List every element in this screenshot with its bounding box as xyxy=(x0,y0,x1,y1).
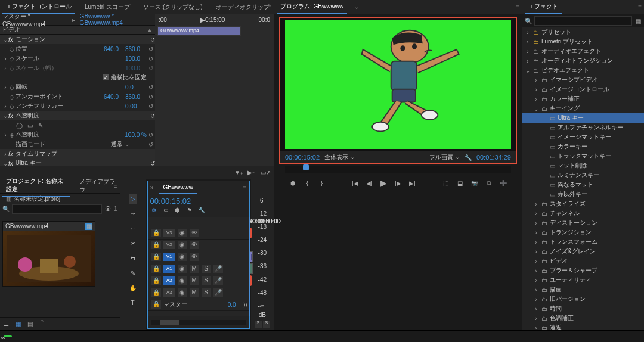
fx-item-diffMatte[interactable]: ▭異なるマット xyxy=(522,180,644,189)
mark-in-icon[interactable]: { xyxy=(304,180,311,186)
fx-item-audioFx[interactable]: ›🗀オーディオエフェクト xyxy=(522,46,644,56)
fx-item-alphaChKey[interactable]: ▭アルファチャンネルキー xyxy=(522,123,644,132)
twirl-icon[interactable]: ⌄ xyxy=(2,113,8,119)
fx-item-lumetri[interactable]: ›🗀Lumetri プリセット xyxy=(522,37,644,46)
track-eye-icon[interactable]: 👁 xyxy=(190,229,199,237)
stopwatch-icon[interactable]: ◇ xyxy=(8,94,16,100)
tab-audio-clip[interactable]: オーディオクリップ xyxy=(212,1,273,14)
twirl-icon[interactable]: › xyxy=(533,229,539,236)
chevron-down-icon[interactable]: ⌄ xyxy=(354,4,359,10)
twirl-icon[interactable]: › xyxy=(533,268,539,274)
fx-item-colorCorr[interactable]: ›🗀カラー補正 xyxy=(522,94,644,104)
fx-item-channel[interactable]: ›🗀チャンネル xyxy=(522,209,644,218)
twirl-icon[interactable]: › xyxy=(533,325,539,331)
stopwatch-icon[interactable]: ◈ xyxy=(8,132,16,138)
reset-icon[interactable]: ↺ xyxy=(147,55,155,62)
twirl-icon[interactable]: › xyxy=(533,248,539,255)
bin-thumbnail[interactable] xyxy=(3,231,95,286)
search-icon[interactable]: 🔍 xyxy=(2,206,10,212)
fx-item-time[interactable]: ›🗀時間 xyxy=(522,304,644,313)
fx-item-colorCorr2[interactable]: ›🗀色調補正 xyxy=(522,313,644,323)
track-output-icon[interactable]: ◉ xyxy=(178,253,187,261)
play-only-icon[interactable]: ▶◦ xyxy=(247,169,255,176)
fx-item-legacy[interactable]: ›🗀旧バージョン xyxy=(522,294,644,304)
group-motion[interactable]: モーション xyxy=(16,35,150,43)
tab-effect-controls[interactable]: エフェクトコントロール xyxy=(2,0,75,14)
fx-item-draw[interactable]: ›🗀描画 xyxy=(522,285,644,294)
fx-item-keying[interactable]: ⌄🗀キーイング xyxy=(522,104,644,113)
ec-clip-bar[interactable]: GBwwwww.mp4 xyxy=(157,26,241,36)
reset-icon[interactable]: ↺ xyxy=(150,36,155,43)
stopwatch-icon[interactable]: ◇ xyxy=(8,84,16,91)
effects-search-input[interactable] xyxy=(534,16,632,26)
twirl-icon[interactable]: › xyxy=(2,55,8,62)
tab-effects[interactable]: エフェクト xyxy=(525,0,562,14)
settings-icon[interactable]: ⚑ xyxy=(186,207,193,213)
blend-mode-select[interactable]: 通常 ⌄ xyxy=(111,140,147,148)
find-icon[interactable]: ⦿ xyxy=(104,206,112,212)
twirl-icon[interactable]: ⌄ xyxy=(525,67,531,74)
reset-icon[interactable]: ↺ xyxy=(147,132,155,138)
position-y[interactable]: 360.0 xyxy=(125,46,147,52)
opacity-value[interactable]: 100.0 % xyxy=(125,132,147,138)
fx-badge-icon[interactable]: fx xyxy=(8,151,13,157)
twirl-icon[interactable]: › xyxy=(533,239,539,245)
breadcrumb-clip[interactable]: GBwwwww * GBwwwww.mp4 xyxy=(80,14,153,26)
fx-item-presets[interactable]: ›🗀プリセット xyxy=(522,27,644,37)
twirl-icon[interactable]: › xyxy=(533,96,539,102)
creative-cloud-icon[interactable]: ∞ xyxy=(1,334,5,341)
program-monitor[interactable]: 00:00:15:02 全体表示 ⌄ フル画質 ⌄ 🔧 00:01:34:29 xyxy=(279,17,517,164)
track-solo-button[interactable]: S xyxy=(202,276,211,285)
track-eye-icon[interactable]: 👁 xyxy=(190,241,199,249)
solo-r-button[interactable]: S xyxy=(263,321,270,328)
twirl-icon[interactable]: › xyxy=(533,86,539,93)
program-quality-select[interactable]: フル画質 ⌄ xyxy=(429,153,460,161)
track-mute-button[interactable]: M xyxy=(190,288,199,297)
fx-badge-icon[interactable]: fx xyxy=(8,36,13,43)
snap-icon[interactable]: ❄ xyxy=(150,207,157,213)
timeline-zoom-scrollbar[interactable] xyxy=(151,320,246,325)
panel-menu-icon[interactable]: ≡ xyxy=(243,185,247,191)
panel-menu-icon[interactable]: ≡ xyxy=(638,4,642,10)
mark-out-icon[interactable]: } xyxy=(318,180,326,186)
track-lock-icon[interactable]: 🔒 xyxy=(151,241,161,249)
fx-item-stylize[interactable]: ›🗀スタイライズ xyxy=(522,199,644,209)
group-timeremap[interactable]: タイムリマップ xyxy=(16,150,155,158)
fx-item-distort[interactable]: ›🗀ディストーション xyxy=(522,218,644,228)
fx-item-matteRemove[interactable]: ▭マット削除 xyxy=(522,161,644,170)
twirl-icon[interactable]: ⌄ xyxy=(533,105,539,112)
position-x[interactable]: 640.0 xyxy=(104,46,125,52)
track-solo-button[interactable]: S xyxy=(202,265,211,273)
track-v3-label[interactable]: V3 xyxy=(163,229,175,237)
twirl-icon[interactable]: › xyxy=(2,151,8,157)
fx-item-videoFx[interactable]: ⌄🗀ビデオエフェクト xyxy=(522,66,644,75)
track-mute-button[interactable]: M xyxy=(190,265,199,273)
track-lock-icon[interactable]: 🔒 xyxy=(151,253,161,261)
bin-item[interactable]: GBwwwww.mp4 ▦ xyxy=(2,221,95,287)
export-frame-icon[interactable]: 📷 xyxy=(471,180,478,186)
uniform-scale-checkbox[interactable]: ✓ xyxy=(103,74,109,80)
twirl-icon[interactable]: › xyxy=(525,48,531,55)
timeline-playhead[interactable] xyxy=(249,217,250,317)
reset-icon[interactable]: ↺ xyxy=(147,103,155,110)
twirl-icon[interactable]: › xyxy=(533,306,539,312)
ec-ruler[interactable]: :00▶0:15:0000:0 xyxy=(155,17,274,23)
list-view-icon[interactable]: ☰ xyxy=(2,321,10,327)
twirl-icon[interactable]: › xyxy=(533,315,539,322)
rotation-value[interactable]: 0.0 xyxy=(125,84,147,91)
wrench-icon[interactable]: 🔧 xyxy=(465,154,472,161)
pen-mask-icon[interactable]: ✎ xyxy=(37,122,44,129)
chevron-up-icon[interactable]: ▲ xyxy=(147,27,153,33)
track-a1-label[interactable]: A1 xyxy=(163,265,175,273)
track-v1-label[interactable]: V1 xyxy=(163,253,175,261)
pen-tool-icon[interactable]: ✎ xyxy=(129,268,137,278)
track-a3-label[interactable]: A3 xyxy=(163,288,175,297)
timeline-tab[interactable]: GBwwwww xyxy=(159,182,197,194)
track-v2-label[interactable]: V2 xyxy=(163,241,175,249)
reset-icon[interactable]: ↺ xyxy=(147,84,155,91)
fx-item-utility[interactable]: ›🗀ユーティリティ xyxy=(522,275,644,285)
reset-icon[interactable]: ↺ xyxy=(147,46,155,52)
slip-tool-icon[interactable]: ⇆ xyxy=(129,253,137,263)
fx-item-immersive[interactable]: ›🗀イマーシブビデオ xyxy=(522,75,644,85)
track-record-icon[interactable]: 🎤 xyxy=(213,276,223,285)
